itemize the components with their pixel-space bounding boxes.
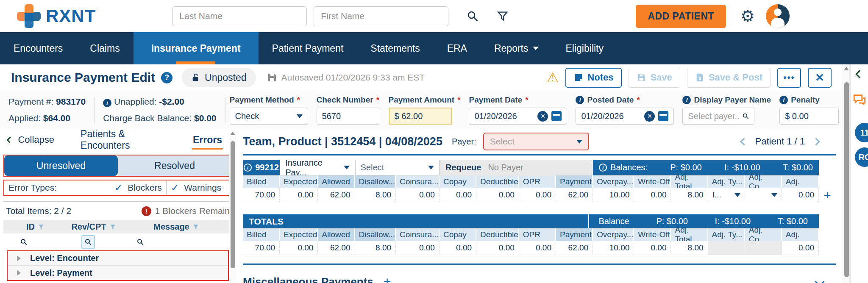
warnings-checkbox[interactable]: ✓ <box>171 182 179 194</box>
badge-11[interactable]: 11 <box>855 123 868 142</box>
check-number-input[interactable] <box>322 111 375 121</box>
badge-rc[interactable]: RC <box>855 147 868 167</box>
info-icon: i <box>779 96 788 104</box>
adj-total-value[interactable]: 8.00 <box>671 188 708 202</box>
save-button[interactable]: Save <box>629 68 680 88</box>
unresolved-toggle-button[interactable]: Unresolved <box>4 155 118 176</box>
column-header-id[interactable]: ID <box>3 220 67 233</box>
payer-select[interactable]: Select <box>483 133 589 150</box>
chevron-left-icon[interactable] <box>6 136 13 143</box>
scroll-up-icon[interactable] <box>844 67 849 70</box>
blockers-checkbox[interactable]: ✓ <box>114 182 122 194</box>
payment-value[interactable]: 62.00 <box>556 188 593 202</box>
save-icon <box>637 73 646 82</box>
collapse-button[interactable]: Collapse <box>18 134 54 145</box>
adj-code-select[interactable] <box>745 188 782 202</box>
adjustment-select[interactable]: Select <box>355 160 440 175</box>
search-icon[interactable] <box>466 10 479 22</box>
scrollbar-thumb[interactable] <box>231 141 235 268</box>
search-icon[interactable] <box>742 112 749 120</box>
tab-patients-encounters[interactable]: Patients & Encounters <box>75 128 167 151</box>
col-writeoff: Write-Off <box>634 228 671 241</box>
nav-item-reports[interactable]: Reports <box>481 32 552 64</box>
calendar-icon[interactable] <box>551 111 562 121</box>
add-misc-payment-button[interactable]: + <box>384 275 391 283</box>
title-bar: Insurance Payment Edit ? Unposted Autosa… <box>0 64 843 91</box>
divider <box>243 264 836 265</box>
add-patient-button[interactable]: ADD PATIENT <box>636 5 726 28</box>
expander-icon[interactable] <box>17 255 21 261</box>
nav-item-patient-payment[interactable]: Patient Payment <box>259 32 357 64</box>
error-row-encounter[interactable]: Level: Encounter <box>8 251 228 266</box>
nav-item-insurance-payment[interactable]: Insurance Payment <box>134 32 259 64</box>
help-icon[interactable]: ? <box>161 72 172 83</box>
display-payer-input[interactable] <box>688 111 738 121</box>
adj-value[interactable]: 0.00 <box>782 188 819 202</box>
revcpt-search-cell[interactable] <box>67 233 120 250</box>
chevron-left-icon[interactable] <box>740 138 748 145</box>
nav-item-encounters[interactable]: Encounters <box>0 32 76 64</box>
filter-icon[interactable] <box>497 10 509 22</box>
scroll-up-icon[interactable] <box>230 132 235 135</box>
copay-value[interactable]: 0.00 <box>440 188 476 202</box>
payment-amount-input[interactable] <box>395 111 446 121</box>
payment-method-select[interactable]: Check <box>230 108 308 125</box>
coinsurance-value[interactable]: 0.00 <box>396 188 440 202</box>
deductible-value[interactable]: 0.00 <box>476 188 519 202</box>
resolved-toggle-button[interactable]: Resolved <box>118 155 231 176</box>
calendar-icon[interactable] <box>658 111 668 121</box>
page-scrollbar[interactable] <box>843 64 850 283</box>
error-row-payment[interactable]: Level: Payment <box>8 266 228 280</box>
requeue-section[interactable]: Requeue No Payer <box>440 160 593 175</box>
total-deductible: 0.00 <box>476 241 519 255</box>
chevron-right-icon[interactable] <box>812 138 820 145</box>
total-opr: 0.00 <box>519 241 556 255</box>
billed-value[interactable]: 70.00 <box>243 188 280 202</box>
requeue-value: No Payer <box>488 163 523 172</box>
more-actions-button[interactable]: ••• <box>777 68 801 88</box>
adj-type-select[interactable]: I... <box>708 188 745 202</box>
penalty-input[interactable] <box>785 111 833 121</box>
allowed-value[interactable]: 62.00 <box>318 188 355 202</box>
clear-icon[interactable]: ✕ <box>537 111 548 122</box>
clear-icon[interactable]: ✕ <box>644 111 655 122</box>
save-and-post-button[interactable]: $ Save & Post <box>687 68 771 88</box>
column-header-message[interactable]: Message <box>120 220 232 233</box>
nav-item-statements[interactable]: Statements <box>357 32 433 64</box>
id-search-cell[interactable] <box>3 233 67 250</box>
tab-errors[interactable]: Errors <box>187 134 228 146</box>
notes-button[interactable]: Notes <box>565 68 622 88</box>
nav-item-eligibility[interactable]: Eligibility <box>552 32 617 64</box>
total-payment: 62.00 <box>556 241 593 255</box>
filter-icon[interactable] <box>38 224 44 230</box>
first-name-input[interactable] <box>314 6 448 26</box>
nav-item-claims[interactable]: Claims <box>76 32 133 64</box>
gear-icon[interactable]: ⚙ <box>740 8 755 24</box>
add-adjustment-button[interactable]: + <box>819 188 836 203</box>
message-search-cell[interactable] <box>120 233 232 250</box>
total-billed: 70.00 <box>243 241 280 255</box>
posted-date-input[interactable] <box>581 111 641 121</box>
col-adj-type: Adj. Ty... <box>708 175 745 188</box>
payment-date-input[interactable] <box>474 111 534 121</box>
overpayment-value[interactable]: 10.00 <box>593 188 634 202</box>
chevron-left-icon[interactable] <box>855 70 864 78</box>
chevron-down-icon <box>428 166 434 169</box>
payment-type-select[interactable]: Insurance Pay... <box>280 160 355 175</box>
opr-value[interactable]: 0.00 <box>519 188 556 202</box>
nav-item-era[interactable]: ERA <box>434 32 481 64</box>
left-panel-scrollbar[interactable] <box>229 129 236 283</box>
column-header-revcpt[interactable]: Rev/CPT <box>67 220 120 233</box>
expected-value[interactable]: 0.00 <box>280 188 318 202</box>
last-name-input[interactable] <box>172 6 307 26</box>
chevron-down-icon[interactable] <box>815 277 825 283</box>
avatar[interactable] <box>766 4 790 28</box>
writeoff-value[interactable]: 0.00 <box>634 188 671 202</box>
filter-icon[interactable] <box>110 224 116 230</box>
scrollbar-thumb[interactable] <box>844 82 849 277</box>
expander-icon[interactable] <box>17 270 21 276</box>
close-button[interactable]: ✕ <box>808 68 832 88</box>
filter-icon[interactable] <box>193 224 199 230</box>
chat-icon[interactable] <box>852 93 867 107</box>
disallowed-value[interactable]: 8.00 <box>355 188 396 202</box>
